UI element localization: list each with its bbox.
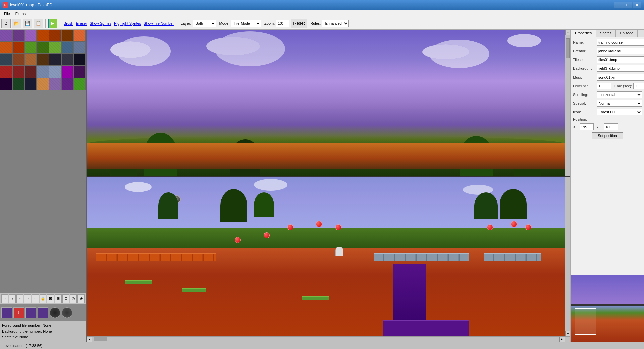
scroll-down-btn[interactable]: ▼ [565, 331, 570, 336]
play-button[interactable]: ▶ [48, 19, 57, 28]
scroll-track-v[interactable] [565, 35, 570, 331]
palette-tile-very-dark[interactable] [0, 78, 12, 90]
palette-tile-red1[interactable] [0, 66, 12, 78]
mode-select[interactable]: Tile Mode Sprite Mode [231, 20, 261, 27]
pos-x-input[interactable] [580, 123, 594, 130]
tool-extra5[interactable]: ◈ [77, 294, 85, 303]
palette-tile-dark1[interactable] [49, 54, 61, 66]
pos-y-input[interactable] [604, 123, 618, 130]
reset-button[interactable]: Reset [291, 19, 307, 28]
palette-tile-slate1[interactable] [61, 42, 73, 54]
sprite-icon-1[interactable] [1, 307, 12, 318]
highlight-sprites-tool[interactable]: Highlight Sprites [114, 21, 141, 26]
show-sprites-tool[interactable]: Show Sprites [90, 21, 111, 26]
palette-tile-violet2[interactable] [61, 78, 73, 90]
palette-tile-blue-gray2[interactable] [49, 66, 61, 78]
rules-select[interactable]: Enhanced Normal [322, 20, 349, 27]
close-button[interactable]: ✕ [633, 2, 641, 8]
creator-input[interactable] [597, 48, 644, 54]
name-input[interactable] [597, 39, 644, 46]
tool-move-v[interactable]: ↕ [9, 294, 16, 303]
palette-tile-green1[interactable] [24, 42, 37, 54]
timesec-input[interactable] [633, 83, 644, 89]
palette-tile-red3[interactable] [24, 66, 37, 78]
sprite-icon-3[interactable] [25, 307, 36, 318]
levelnr-input[interactable] [597, 83, 611, 89]
set-position-button[interactable]: Set position [592, 132, 623, 139]
restore-button[interactable]: □ [623, 2, 632, 8]
level-viewport[interactable]: ▲ ▼ ◄ ► [87, 30, 570, 342]
tab-properties[interactable]: Properties [571, 30, 596, 37]
palette-tile-mauve[interactable] [49, 78, 61, 90]
palette-tile-blue-gray1[interactable] [37, 66, 49, 78]
palette-tile-tan[interactable] [37, 78, 49, 90]
tool-left[interactable]: ← [32, 294, 39, 303]
palette-tile-green2[interactable] [37, 42, 49, 54]
scroll-thumb-v[interactable] [566, 38, 570, 58]
new-button[interactable]: 🗋 [1, 19, 11, 28]
minimap-viewport-indicator[interactable] [575, 308, 596, 335]
palette-tile-dark-green[interactable] [12, 78, 24, 90]
palette-tile-brown2[interactable] [12, 54, 24, 66]
palette-tile-dark-purple[interactable] [73, 66, 86, 78]
tool-lock[interactable]: 🔒 [40, 294, 47, 303]
palette-tile-dark3[interactable] [73, 54, 86, 66]
scroll-track-h[interactable] [92, 337, 559, 342]
v-scrollbar[interactable]: ▲ ▼ [565, 30, 570, 336]
palette-tile-dark2[interactable] [61, 54, 73, 66]
palette-tile-orange1[interactable] [37, 30, 49, 42]
sprite-icon-2[interactable]: ! [13, 307, 24, 318]
scroll-up-btn[interactable]: ▲ [565, 30, 570, 35]
tool-up[interactable]: ↑ [16, 294, 23, 303]
save-button[interactable]: 💾 [23, 19, 32, 28]
palette-tile-brown1[interactable] [61, 30, 73, 42]
zoom-input[interactable] [276, 20, 289, 27]
palette-tile-deep-dark[interactable] [24, 78, 37, 90]
palette-tile-slate2[interactable] [73, 42, 86, 54]
tool-extra2[interactable]: ⊟ [55, 294, 62, 303]
icon-select[interactable]: Forest Hill Ice Desert Cave [597, 109, 642, 115]
show-tile-number-tool[interactable]: Show Tile Number [144, 21, 174, 26]
tab-sprites[interactable]: Sprites [596, 30, 616, 37]
menu-extras[interactable]: Extras [13, 11, 29, 16]
tool-extra3[interactable]: ⊡ [62, 294, 69, 303]
palette-tile-violet[interactable] [61, 66, 73, 78]
tool-right[interactable]: → [24, 294, 31, 303]
tab-episode[interactable]: Episode [616, 30, 638, 37]
palette-tile-slate3[interactable] [0, 54, 12, 66]
background-input[interactable] [597, 65, 644, 72]
special-select[interactable]: Normal Special1 Special2 [597, 100, 642, 107]
saveas-button[interactable]: 📋 [34, 19, 43, 28]
sprite-icon-5[interactable] [50, 307, 60, 318]
tileset-input[interactable] [597, 56, 644, 63]
brush-tool[interactable]: Brush [64, 21, 73, 26]
scroll-left-btn[interactable]: ◄ [87, 337, 92, 342]
menu-file[interactable]: File [1, 11, 13, 16]
music-input[interactable] [597, 74, 644, 81]
scroll-right-btn[interactable]: ► [559, 337, 565, 342]
sprite-icon-6[interactable] [62, 307, 72, 318]
palette-tile-brown3[interactable] [24, 54, 37, 66]
tile-palette[interactable] [0, 30, 86, 293]
tool-extra4[interactable]: ◎ [70, 294, 77, 303]
h-scrollbar[interactable]: ◄ ► [87, 336, 565, 342]
center-canvas[interactable]: ▲ ▼ ◄ ► [87, 30, 570, 342]
palette-tile-brown4[interactable] [37, 54, 49, 66]
scroll-thumb-h[interactable] [94, 337, 107, 341]
palette-tile-dark-orange[interactable] [12, 42, 24, 54]
tool-move-h[interactable]: ↔ [1, 294, 8, 303]
palette-tile-purple1[interactable] [0, 30, 12, 42]
palette-tile-red2[interactable] [12, 66, 24, 78]
eraser-tool[interactable]: Eraser [76, 21, 87, 26]
palette-tile-purple2[interactable] [12, 30, 24, 42]
minimize-button[interactable]: ─ [614, 2, 623, 8]
palette-tile-purple3[interactable] [24, 30, 37, 42]
palette-tile-orange4[interactable] [0, 42, 12, 54]
palette-tile-orange3[interactable] [73, 30, 86, 42]
palette-tile-green3[interactable] [49, 42, 61, 54]
layer-select[interactable]: Both Foreground Background [193, 20, 216, 27]
palette-tile-bright-green[interactable] [73, 78, 86, 90]
tool-extra1[interactable]: ⊞ [47, 294, 54, 303]
open-button[interactable]: 📂 [12, 19, 21, 28]
scrolling-select[interactable]: Horizontal Vertical Both None [597, 91, 642, 98]
